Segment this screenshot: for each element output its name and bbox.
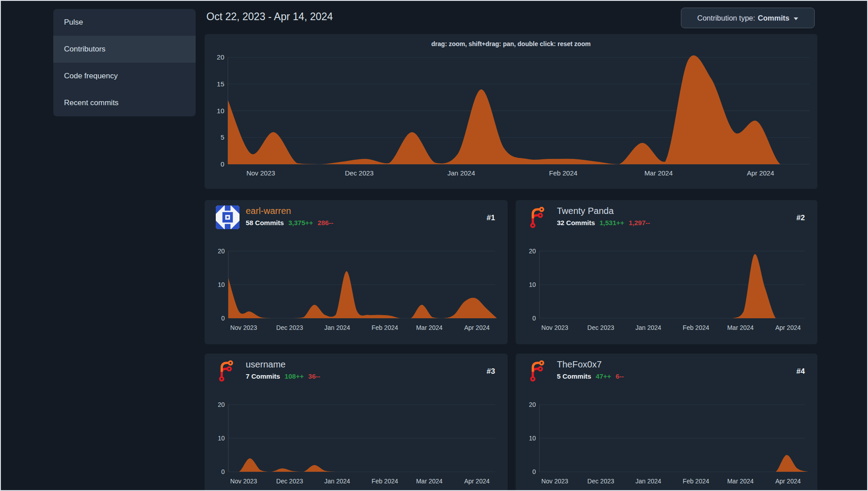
x-axis-month-label: Nov 2023	[230, 478, 257, 485]
x-axis-month-label: Apr 2024	[775, 324, 801, 331]
sidebar-menu: PulseContributorsCode frequencyRecent co…	[53, 9, 196, 116]
x-axis-month-label: Apr 2024	[775, 478, 801, 485]
contributor-name: Twenty Panda	[557, 206, 614, 216]
contributor-stats: 58 Commits 3,375++ 286--	[246, 219, 333, 226]
x-axis-month-label: Mar 2024	[727, 478, 753, 485]
y-axis-tick-label: 20	[218, 401, 225, 408]
contributor-card-username: 01020Nov 2023Dec 2023Jan 2024Feb 2024Mar…	[205, 354, 508, 491]
x-axis-month-label: Dec 2023	[276, 478, 303, 485]
contributor-card-header: earl-warren 58 Commits 3,375++ 286-- #1	[205, 200, 508, 236]
additions-count: 1,531++	[599, 219, 624, 226]
commits-area-chart[interactable]: 05101520Nov 2023Dec 2023Jan 2024Feb 2024…	[205, 34, 817, 189]
x-axis-month-label: Dec 2023	[587, 478, 614, 485]
x-axis-month-label: Nov 2023	[230, 324, 257, 331]
y-axis-tick-label: 20	[218, 248, 225, 255]
contributor-card-earl-warren: 01020Nov 2023Dec 2023Jan 2024Feb 2024Mar…	[205, 200, 508, 344]
x-axis-month-label: Dec 2023	[587, 324, 614, 331]
sidebar-item-code-frequency[interactable]: Code frequency	[53, 63, 196, 90]
additions-count: 47++	[596, 372, 611, 380]
contributor-stats: 7 Commits 108++ 36--	[246, 372, 320, 380]
additions-count: 3,375++	[288, 219, 313, 226]
contributors-page: PulseContributorsCode frequencyRecent co…	[0, 0, 868, 491]
x-axis-month-label: Mar 2024	[416, 324, 442, 331]
x-axis-month-label: Jan 2024	[325, 324, 351, 331]
y-axis-tick-label: 0	[221, 160, 224, 168]
x-axis-month-label: Nov 2023	[541, 324, 568, 331]
y-axis-tick-label: 0	[532, 468, 536, 475]
contributor-rank-badge: #4	[796, 367, 805, 376]
x-axis-month-label: Feb 2024	[683, 478, 709, 485]
sidebar-item-label: Pulse	[64, 18, 83, 26]
deletions-count: 286--	[317, 219, 333, 226]
y-axis-tick-label: 10	[529, 281, 536, 288]
y-axis-tick-label: 15	[217, 80, 224, 88]
x-axis-month-label: Jan 2024	[636, 324, 662, 331]
x-axis-month-label: Apr 2024	[747, 169, 774, 177]
commit-count: 58 Commits	[246, 219, 284, 226]
sidebar-item-recent-commits[interactable]: Recent commits	[53, 90, 196, 116]
contributor-rank-badge: #2	[796, 213, 805, 222]
contributor-card-thefox0x7: 01020Nov 2023Dec 2023Jan 2024Feb 2024Mar…	[516, 354, 817, 491]
commit-count: 7 Commits	[246, 372, 280, 380]
y-axis-tick-label: 20	[217, 53, 224, 61]
x-axis-month-label: Dec 2023	[345, 169, 373, 177]
main-chart-card: drag: zoom, shift+drag: pan, double clic…	[205, 34, 817, 189]
x-axis-month-label: Mar 2024	[727, 324, 753, 331]
contribution-type-value: Commits	[758, 14, 790, 22]
x-axis-month-label: Dec 2023	[276, 324, 303, 331]
x-axis-month-label: Apr 2024	[464, 324, 490, 331]
sidebar-item-label: Recent commits	[64, 98, 119, 107]
deletions-count: 6--	[616, 372, 624, 380]
sidebar-item-contributors[interactable]: Contributors	[53, 36, 196, 63]
deletions-count: 36--	[308, 372, 321, 380]
contribution-type-label: Contribution type:	[697, 14, 755, 22]
y-axis-tick-label: 10	[218, 281, 225, 288]
x-axis-month-label: Feb 2024	[683, 324, 709, 331]
forgejo-logo-avatar	[527, 359, 551, 383]
x-axis-month-label: Nov 2023	[246, 169, 275, 177]
y-axis-tick-label: 0	[221, 468, 225, 475]
x-axis-month-label: Apr 2024	[464, 478, 490, 485]
identicon-avatar[interactable]	[216, 205, 239, 229]
contributor-card-header: username 7 Commits 108++ 36-- #3	[205, 354, 508, 389]
contributor-name: TheFox0x7	[557, 359, 602, 370]
contributor-card-header: TheFox0x7 5 Commits 47++ 6-- #4	[516, 354, 817, 389]
x-axis-month-label: Jan 2024	[325, 478, 351, 485]
x-axis-month-label: Jan 2024	[448, 169, 475, 177]
contributor-stats: 32 Commits 1,531++ 1,297--	[557, 219, 650, 226]
x-axis-month-label: Jan 2024	[636, 478, 662, 485]
additions-count: 108++	[285, 372, 304, 380]
y-axis-tick-label: 5	[221, 133, 224, 141]
x-axis-month-label: Mar 2024	[644, 169, 672, 177]
x-axis-month-label: Feb 2024	[549, 169, 577, 177]
deletions-count: 1,297--	[629, 219, 650, 226]
forgejo-logo-avatar	[527, 205, 551, 229]
contributor-stats: 5 Commits 47++ 6--	[557, 372, 624, 380]
sidebar-item-pulse[interactable]: Pulse	[53, 9, 196, 36]
y-axis-tick-label: 20	[529, 248, 536, 255]
contributor-card-header: Twenty Panda 32 Commits 1,531++ 1,297-- …	[516, 200, 817, 236]
forgejo-logo-avatar	[216, 359, 239, 383]
contributor-rank-badge: #1	[487, 213, 495, 222]
x-axis-month-label: Feb 2024	[372, 324, 398, 331]
sidebar-item-label: Contributors	[64, 45, 106, 53]
sidebar-item-label: Code frequency	[64, 72, 118, 80]
y-axis-tick-label: 0	[532, 315, 536, 322]
chevron-down-icon	[794, 17, 798, 20]
commit-count: 5 Commits	[557, 372, 591, 380]
x-axis-month-label: Nov 2023	[541, 478, 568, 485]
y-axis-tick-label: 0	[221, 315, 225, 322]
contributor-name[interactable]: earl-warren	[246, 206, 291, 216]
contributor-rank-badge: #3	[487, 367, 495, 376]
date-range-title: Oct 22, 2023 - Apr 14, 2024	[206, 11, 333, 23]
y-axis-tick-label: 20	[529, 401, 536, 408]
y-axis-tick-label: 10	[218, 435, 225, 442]
commit-count: 32 Commits	[557, 219, 595, 226]
x-axis-month-label: Feb 2024	[372, 478, 398, 485]
contribution-type-dropdown[interactable]: Contribution type: Commits	[681, 8, 815, 28]
x-axis-month-label: Mar 2024	[416, 478, 442, 485]
contributor-card-twenty-panda: 01020Nov 2023Dec 2023Jan 2024Feb 2024Mar…	[516, 200, 817, 344]
contributor-name: username	[246, 359, 286, 370]
y-axis-tick-label: 10	[217, 107, 224, 115]
y-axis-tick-label: 10	[529, 435, 536, 442]
